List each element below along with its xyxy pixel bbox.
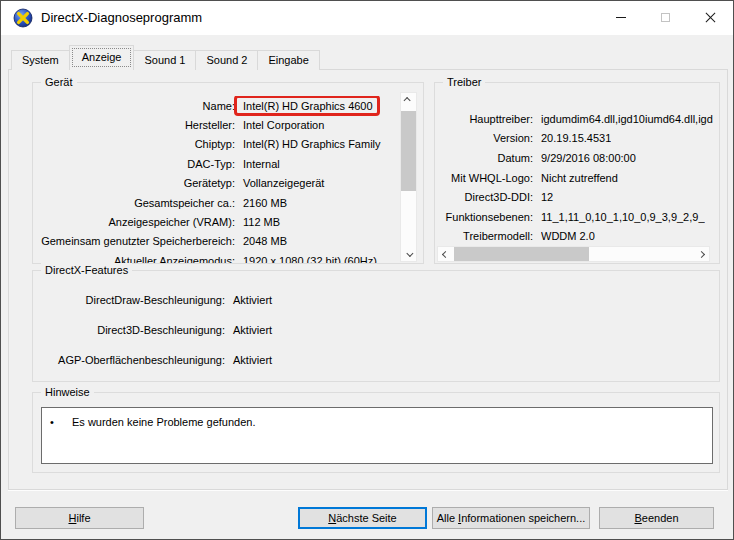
dxdiag-app-icon [13,8,33,28]
info-row: Aktueller Anzeigemodus:1920 x 1080 (32 b… [35,251,397,263]
row-value: 2048 MB [243,235,287,247]
exit-button[interactable]: Beenden [599,507,714,529]
tab-sound-2[interactable]: Sound 2 [195,50,258,70]
chevron-left-icon [442,251,449,258]
notes-group-title: Hinweise [41,385,94,399]
notes-textbox[interactable]: •Es wurden keine Probleme gefunden. [41,407,713,464]
row-value: Aktiviert [233,294,272,306]
info-row: DirectDraw-Beschleunigung:Aktiviert [35,285,715,315]
save-all-information-button[interactable]: Alle Informationen speichern... [432,507,590,529]
scrollbar-thumb[interactable] [401,111,416,191]
row-label: Version: [437,132,533,144]
scroll-down-button[interactable] [401,246,416,261]
device-rows: Name:Intel(R) HD Graphics 4600Hersteller… [35,96,397,263]
bullet-icon: • [42,416,62,428]
info-row: Treibermodell:WDDM 2.0 [437,227,717,247]
device-group-title: Gerät [41,75,77,89]
info-row: Funktionsebenen:11_1,11_0,10_1,10_0,9_3,… [437,207,717,227]
driver-group-title: Treiber [443,75,485,89]
window-title: DirectX-Diagnoseprogramm [41,1,202,35]
row-value: 12 [541,191,553,203]
row-label: Anzeigespeicher (VRAM): [35,216,235,228]
features-group-title: DirectX-Features [41,263,132,277]
tab-bar: SystemAnzeigeSound 1Sound 2Eingabe [11,45,320,70]
row-value: 1920 x 1080 (32 bit) (60Hz) [243,255,377,263]
maximize-button [643,1,688,34]
row-value: Intel Corporation [243,119,324,131]
chevron-up-icon [404,97,411,104]
close-icon [704,11,717,24]
close-button[interactable] [688,1,733,34]
row-value: 11_1,11_0,10_1,10_0,9_3,9_2,9_ [541,211,705,223]
tab-system[interactable]: System [11,50,70,70]
info-row: Gerätetyp:Vollanzeigegerät [35,174,397,193]
highlight-annotation [234,96,380,116]
info-row: Chiptyp:Intel(R) HD Graphics Family [35,135,397,154]
driver-rows: Haupttreiber:igdumdim64.dll,igd10iumd64.… [437,109,717,247]
info-row: Direct3D-Beschleunigung:Aktiviert [35,315,715,345]
device-group: Gerät Name:Intel(R) HD Graphics 4600Hers… [32,82,424,264]
info-row: Datum:9/29/2016 08:00:00 [437,148,717,168]
scroll-up-button[interactable] [401,93,416,108]
row-label: Hersteller: [35,119,235,131]
tab-sound-1[interactable]: Sound 1 [133,50,196,70]
row-value: Vollanzeigegerät [243,177,324,189]
row-label: Direct3D-DDI: [437,191,533,203]
minimize-button[interactable] [598,1,643,34]
row-label: Mit WHQL-Logo: [437,172,533,184]
button-bar: Hilfe Nächste Seite Alle Informationen s… [1,490,733,540]
row-value: Aktiviert [233,354,272,366]
row-label: Gemeinsam genutzter Speicherbereich: [35,235,235,247]
row-label: Name: [35,100,235,112]
info-row: DAC-Typ:Internal [35,154,397,173]
info-row: Name:Intel(R) HD Graphics 4600 [35,96,397,115]
next-page-button[interactable]: Nächste Seite [298,507,427,529]
info-row: Haupttreiber:igdumdim64.dll,igd10iumd64.… [437,109,717,129]
scroll-right-button[interactable] [694,247,709,262]
device-vertical-scrollbar[interactable] [400,92,417,262]
row-value: Intel(R) HD Graphics Family [243,138,381,150]
tab-anzeige[interactable]: Anzeige [69,45,135,70]
info-row: Anzeigespeicher (VRAM):112 MB [35,212,397,231]
window-controls [598,1,733,34]
row-value: 20.19.15.4531 [541,132,611,144]
scroll-left-button[interactable] [438,247,453,262]
row-label: Chiptyp: [35,138,235,150]
row-label: Gerätetyp: [35,177,235,189]
row-label: Datum: [437,152,533,164]
info-row: Hersteller:Intel Corporation [35,115,397,134]
notes-group: Hinweise •Es wurden keine Probleme gefun… [32,392,720,473]
directx-features-group: DirectX-Features DirectDraw-Beschleunigu… [32,270,720,382]
titlebar: DirectX-Diagnoseprogramm [1,1,733,35]
info-row: Mit WHQL-Logo:Nicht zutreffend [437,168,717,188]
row-value: Nicht zutreffend [541,172,618,184]
row-label: AGP-Oberflächenbeschleunigung: [35,354,225,366]
row-label: Direct3D-Beschleunigung: [35,324,225,336]
chevron-right-icon [698,251,705,258]
row-label: Gesamtspeicher ca.: [35,197,235,209]
row-value: igdumdim64.dll,igd10iumd64.dll,igd [541,113,713,125]
tab-eingabe[interactable]: Eingabe [257,50,319,70]
scrollbar-thumb[interactable] [454,247,589,261]
tab-page-anzeige: Gerät Name:Intel(R) HD Graphics 4600Hers… [8,69,728,490]
driver-group: Treiber Haupttreiber:igdumdim64.dll,igd1… [434,82,720,264]
row-label: DirectDraw-Beschleunigung: [35,294,225,306]
info-row: Direct3D-DDI:12 [437,187,717,207]
chevron-down-icon [406,250,413,257]
row-label: DAC-Typ: [35,158,235,170]
row-value: WDDM 2.0 [541,230,595,242]
maximize-icon [661,13,670,22]
driver-horizontal-scrollbar[interactable] [437,246,710,262]
note-text: Es wurden keine Probleme gefunden. [62,416,255,428]
row-label: Haupttreiber: [437,113,533,125]
row-value: Internal [243,158,280,170]
row-label: Funktionsebenen: [437,211,533,223]
row-value: Aktiviert [233,324,272,336]
info-row: Gemeinsam genutzter Speicherbereich:2048… [35,232,397,251]
minimize-icon [616,17,626,18]
row-label: Treibermodell: [437,230,533,242]
help-button[interactable]: Hilfe [15,507,144,529]
info-row: Version:20.19.15.4531 [437,129,717,149]
info-row: Gesamtspeicher ca.:2160 MB [35,193,397,212]
note-item: •Es wurden keine Probleme gefunden. [42,408,712,428]
